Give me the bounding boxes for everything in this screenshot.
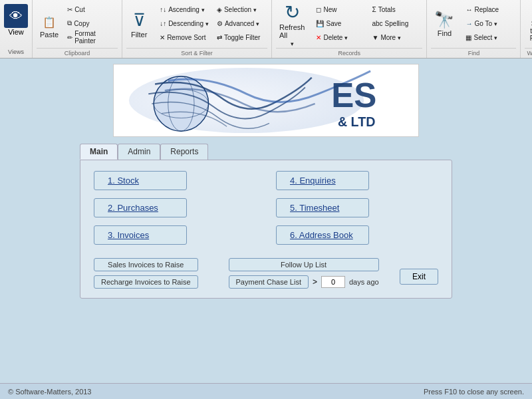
views-group: 👁 View Views [0, 0, 33, 58]
find-group: 🔭 Find ↔ Replace → Go To ▦ Select [427, 0, 521, 58]
exit-button[interactable]: Exit [400, 269, 438, 285]
recharge-invoices-button[interactable]: Recharge Invoices to Raise [94, 275, 198, 289]
descending-dropdown[interactable] [205, 20, 209, 27]
records-group: ↻ Refresh All ◻ New 💾 Save ✕ Delete [272, 0, 428, 58]
ribbon: 👁 View Views Paste Cut Copy [0, 0, 532, 59]
advanced-button[interactable]: ⚙ Advanced [214, 17, 267, 30]
more-dropdown[interactable] [398, 34, 401, 41]
invoices-button[interactable]: 3. Invoices [94, 225, 187, 245]
cut-button[interactable]: Cut [65, 3, 118, 16]
purchases-button[interactable]: 2. Purchases [94, 198, 187, 217]
copy-button[interactable]: Copy [65, 17, 118, 30]
address-book-button[interactable]: 6. Address Book [276, 225, 369, 245]
main-buttons-grid: 1. Stock 4. Enquiries 2. Purchases 5. Ti… [94, 171, 438, 245]
delete-icon: ✕ [316, 34, 321, 41]
scissors-icon [67, 6, 72, 13]
filter-button[interactable]: ⊽ Filter [126, 3, 152, 45]
goto-button[interactable]: → Go To [463, 17, 516, 30]
goto-icon: → [466, 20, 472, 27]
payment-chase-button[interactable]: Payment Chase List [229, 275, 309, 289]
enquiries-button[interactable]: 4. Enquiries [276, 171, 369, 190]
records-label: Records [276, 48, 423, 58]
format-painter-button[interactable]: Format Painter [65, 31, 118, 44]
spelling-button[interactable]: abc Spelling [369, 17, 422, 30]
days-ago-label: days ago [349, 278, 379, 286]
sort-filter-label: Sort & Filter [126, 48, 267, 58]
new-icon: ◻ [316, 6, 321, 13]
tab-bar: Main Admin Reports [80, 144, 452, 160]
refresh-button[interactable]: ↻ Refresh All [276, 3, 309, 45]
totals-button[interactable]: Σ Totals [369, 3, 422, 16]
payment-chase-row: Payment Chase List > days ago [229, 275, 379, 289]
toggle-icon: ⇄ [217, 34, 222, 41]
save-icon: 💾 [316, 20, 324, 27]
delete-button[interactable]: ✕ Delete [313, 31, 366, 44]
ascending-dropdown[interactable] [201, 6, 205, 13]
svg-point-2 [154, 76, 208, 131]
sort-filter-group: ⊽ Filter ↑↓ Ascending ↓↑ Descending ✕ Re [122, 0, 272, 58]
replace-icon: ↔ [466, 6, 472, 13]
filter-icon: ⊽ [133, 10, 146, 31]
save-button[interactable]: 💾 Save [313, 17, 366, 30]
descending-icon: ↓↑ [160, 20, 166, 27]
status-right: Press F10 to close any screen. [424, 388, 524, 396]
paste-button[interactable]: Paste [37, 3, 62, 45]
sales-invoices-button[interactable]: Sales Invoices to Raise [94, 258, 198, 271]
size-to-fit-button[interactable]: ⊞ Size to Fit Form [525, 1, 532, 44]
bottom-right: Follow Up List Payment Chase List > days… [229, 258, 379, 289]
selection-icon: ◈ [217, 6, 222, 13]
find-button[interactable]: 🔭 Find [431, 3, 458, 45]
tab-content: 1. Stock 4. Enquiries 2. Purchases 5. Ti… [80, 160, 452, 299]
find-label: Find [431, 48, 516, 58]
payment-prefix: > [313, 277, 317, 287]
goto-dropdown[interactable] [494, 20, 497, 27]
descending-button[interactable]: ↓↑ Descending [157, 17, 211, 30]
advanced-icon: ⚙ [217, 20, 223, 27]
remove-sort-button[interactable]: ✕ Remove Sort [157, 31, 211, 44]
stock-button[interactable]: 1. Stock [94, 171, 187, 190]
spelling-icon: abc [372, 20, 382, 27]
format-icon [67, 34, 72, 41]
totals-icon: Σ [372, 6, 376, 13]
admin-tab[interactable]: Admin [118, 144, 160, 160]
clipboard-label: Clipboard [37, 48, 118, 58]
timesheet-button[interactable]: 5. Timesheet [276, 198, 369, 217]
selection-dropdown[interactable] [253, 6, 257, 13]
select-button[interactable]: ▦ Select [463, 31, 516, 44]
more-button[interactable]: ▼ More [369, 31, 422, 44]
toggle-filter-button[interactable]: ⇄ Toggle Filter [214, 31, 267, 44]
delete-dropdown[interactable] [344, 34, 348, 41]
window-group: ⊞ Size to Fit Form Window [521, 0, 532, 58]
remove-sort-icon: ✕ [160, 34, 165, 41]
select-dropdown[interactable] [494, 34, 497, 41]
ascending-icon: ↑↓ [160, 6, 166, 13]
clipboard-group: Paste Cut Copy Format Painter Clipboard [33, 0, 122, 58]
window-label: Window [525, 48, 532, 58]
view-icon: 👁 [4, 4, 28, 28]
status-left: © Software-Matters, 2013 [8, 388, 92, 396]
select-icon: ▦ [466, 34, 471, 41]
svg-text:ES: ES [331, 76, 376, 114]
payment-days-input[interactable] [321, 276, 345, 288]
copy-icon [67, 19, 72, 27]
ascending-button[interactable]: ↑↓ Ascending [157, 3, 211, 16]
reports-tab[interactable]: Reports [160, 144, 208, 160]
follow-up-button[interactable]: Follow Up List [229, 258, 379, 271]
advanced-dropdown[interactable] [256, 20, 259, 27]
main-tab[interactable]: Main [80, 144, 118, 160]
logo-area: ES & LTD [113, 64, 419, 137]
bottom-left: Sales Invoices to Raise Recharge Invoice… [94, 258, 198, 289]
paste-icon [43, 9, 56, 31]
new-button[interactable]: ◻ New [313, 3, 366, 16]
selection-button[interactable]: ◈ Selection [214, 3, 267, 16]
replace-button[interactable]: ↔ Replace [463, 3, 516, 16]
bottom-buttons: Sales Invoices to Raise Recharge Invoice… [94, 258, 438, 289]
svg-text:& LTD: & LTD [338, 114, 375, 129]
refresh-dropdown[interactable] [291, 39, 294, 47]
more-icon: ▼ [372, 34, 378, 41]
tabs-container: Main Admin Reports 1. Stock 4. Enquiries… [80, 144, 452, 299]
views-label: Views [8, 49, 24, 57]
logo-svg: ES & LTD [114, 65, 418, 136]
binoculars-icon: 🔭 [434, 11, 454, 29]
main-content: ES & LTD Main Admin Reports 1. Stock 4. … [0, 59, 532, 383]
